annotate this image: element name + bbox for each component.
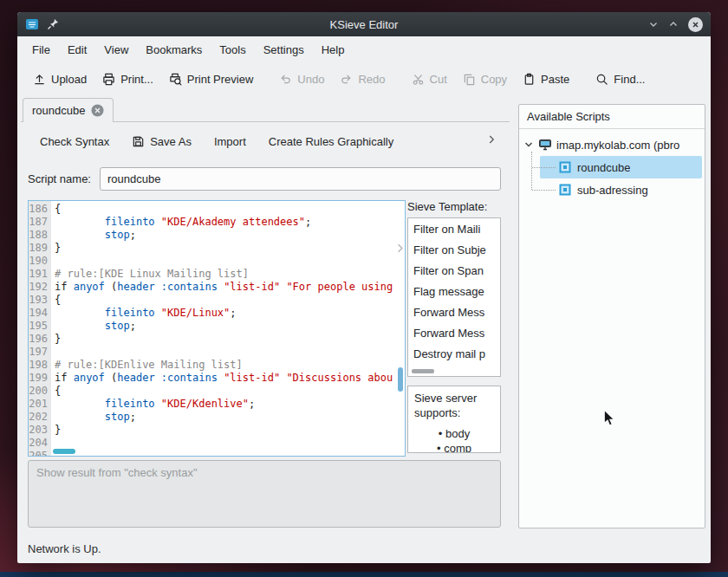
code-line[interactable] (55, 255, 405, 268)
script-label: sub-adressing (577, 184, 648, 197)
toolbar-cut-button: Cut (404, 68, 455, 91)
toolbar: UploadPrint...Print PreviewUndoRedoCutCo… (17, 62, 711, 95)
code-line[interactable]: } (55, 242, 405, 255)
template-item[interactable]: Filter on Subje (408, 240, 500, 261)
toolbar-label: Cut (430, 73, 447, 86)
code-line[interactable]: fileinto "KDE/Akademy attendees"; (55, 216, 405, 229)
toolbar-undo-button: Undo (271, 68, 332, 91)
splitter-chevron-icon[interactable] (392, 237, 407, 259)
code-line[interactable]: fileinto "KDE/Kdenlive"; (55, 398, 405, 411)
toolbar-label: Find... (614, 73, 645, 86)
toolbar-print-preview-button[interactable]: Print Preview (161, 68, 262, 91)
code-line[interactable]: if anyof (header :contains "list-id" "Fo… (55, 281, 405, 294)
toolbar-label: Copy (481, 73, 507, 86)
tree-item-roundcube[interactable]: roundcube (540, 156, 702, 178)
template-item[interactable]: Forward Mess (408, 302, 500, 323)
code-line[interactable]: # rule:[KDEnlive Mailing list] (55, 359, 405, 372)
check-syntax-result-box[interactable]: Show result from "check syntax" (28, 460, 501, 528)
printer-icon (102, 73, 115, 86)
tree-guide (531, 152, 532, 190)
template-horizontal-scrollbar[interactable] (412, 369, 434, 373)
close-button[interactable] (688, 17, 703, 32)
line-number: 199 (29, 372, 48, 385)
desktop: { "accent": "#3daee9", "window": { "titl… (0, 0, 728, 577)
code-line[interactable] (55, 450, 405, 456)
toolbar-upload-button[interactable]: Upload (25, 68, 94, 91)
script-name-input[interactable] (100, 167, 501, 191)
line-number: 195 (29, 320, 48, 333)
code-lines[interactable]: { fileinto "KDE/Akademy attendees"; stop… (51, 201, 405, 456)
code-line[interactable]: { (55, 385, 405, 398)
tab-roundcube[interactable]: roundcube (23, 98, 114, 122)
import-button[interactable]: Import (212, 132, 248, 152)
server-supports-heading: Sieve server supports: (414, 391, 494, 420)
line-number: 186 (29, 203, 48, 216)
code-line[interactable] (55, 346, 405, 359)
toolbar-print-button[interactable]: Print... (94, 68, 161, 91)
template-item[interactable]: Filter on Maili (408, 219, 500, 240)
menu-view[interactable]: View (95, 41, 137, 59)
code-line[interactable]: stop; (55, 411, 405, 424)
create-rules-button[interactable]: Create Rules Graphically (267, 132, 396, 152)
line-number: 192 (29, 281, 48, 294)
line-number: 187 (29, 216, 48, 229)
tree-item-sub-adressing[interactable]: sub-adressing (540, 178, 702, 201)
menu-tools[interactable]: Tools (211, 41, 254, 59)
maximize-button[interactable] (668, 19, 679, 29)
toolbar-copy-button: Copy (455, 68, 515, 91)
code-line[interactable]: # rule:[KDE Linux Mailing list] (55, 268, 405, 281)
line-number: 201 (29, 398, 48, 411)
code-line[interactable]: fileinto "KDE/Linux"; (55, 307, 405, 320)
script-name-row: Script name: (28, 167, 501, 191)
toolbar-label: Upload (51, 73, 87, 86)
capability-list: • body• comp (414, 426, 494, 453)
code-line[interactable]: if anyof (header :contains "list-id" "Di… (55, 372, 405, 385)
code-line[interactable]: { (55, 203, 405, 216)
tree-item-server[interactable]: imap.mykolab.com (pbro (519, 133, 705, 156)
code-line[interactable]: } (55, 333, 405, 346)
editor-pane: Check Syntax Save As Import Create Rules… (21, 121, 510, 540)
minimize-button[interactable] (648, 19, 659, 29)
template-item[interactable]: Flag message (408, 282, 500, 302)
script-icon (559, 184, 571, 196)
menu-bookmarks[interactable]: Bookmarks (137, 41, 211, 59)
server-supports-box: Sieve server supports: • body• comp (407, 386, 501, 453)
line-number: 194 (29, 307, 48, 320)
menu-edit[interactable]: Edit (59, 41, 95, 59)
editor-horizontal-scrollbar[interactable] (53, 449, 75, 454)
menu-settings[interactable]: Settings (255, 41, 313, 59)
toolbar-redo-button: Redo (332, 68, 393, 91)
check-syntax-button[interactable]: Check Syntax (38, 132, 111, 152)
server-icon (538, 138, 552, 152)
toolbar-paste-button[interactable]: Paste (515, 68, 577, 91)
more-actions-chevron-icon[interactable] (485, 133, 497, 146)
code-editor[interactable]: 1861871881891901911921931941951961971981… (28, 200, 406, 457)
code-line[interactable]: stop; (55, 229, 405, 242)
code-line[interactable]: stop; (55, 320, 405, 333)
editor-vertical-scrollbar[interactable] (398, 367, 403, 392)
app-icon (25, 17, 39, 31)
line-number: 197 (29, 346, 48, 359)
toolbar-find-button[interactable]: Find... (588, 68, 653, 91)
toolbar-label: Undo (297, 73, 324, 86)
line-number: 193 (29, 294, 48, 307)
template-item[interactable]: Forward Mess (408, 323, 500, 344)
menu-file[interactable]: File (23, 41, 59, 59)
code-line[interactable] (55, 437, 405, 450)
pin-icon[interactable] (47, 18, 59, 30)
tab-close-icon[interactable] (91, 104, 104, 117)
save-as-button[interactable]: Save As (130, 132, 193, 152)
undo-icon (279, 73, 292, 86)
line-numbers: 1861871881891901911921931941951961971981… (29, 201, 51, 456)
script-name-label: Script name: (28, 172, 91, 185)
template-item[interactable]: Filter on Span (408, 261, 500, 282)
titlebar[interactable]: KSieve Editor (17, 12, 711, 36)
template-item[interactable]: Destroy mail p (408, 344, 500, 365)
upload-icon (33, 73, 46, 86)
code-line[interactable]: { (55, 294, 405, 307)
menubar: FileEditViewBookmarksToolsSettingsHelp (17, 36, 711, 62)
code-line[interactable]: } (55, 424, 405, 437)
expander-icon[interactable] (523, 139, 534, 150)
mouse-cursor (601, 409, 617, 431)
menu-help[interactable]: Help (313, 41, 354, 59)
